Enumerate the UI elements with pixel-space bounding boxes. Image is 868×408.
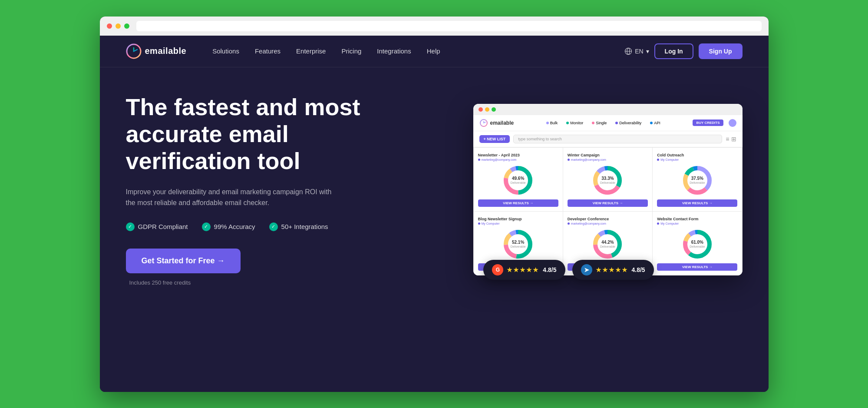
mockup-logo: emailable: [479, 119, 514, 127]
card-title-4: Developer Conference: [568, 217, 648, 221]
mockup-minimize: [485, 107, 489, 112]
check-icon: ✓: [126, 222, 135, 231]
nav-help[interactable]: Help: [427, 47, 440, 55]
card-sub-4: marketing@company.com: [568, 222, 648, 225]
badge-gdpr: ✓ GDPR Compliant: [126, 222, 188, 231]
logo-icon: [126, 43, 142, 59]
capterra-logo: ➤: [581, 264, 592, 275]
mockup-navbar: emailable Bulk Monitor: [473, 115, 743, 131]
dashboard-mockup: emailable Bulk Monitor: [473, 104, 743, 275]
user-avatar: [729, 119, 736, 127]
nav-tag-monitor: Monitor: [563, 120, 586, 126]
hero-left: The fastest and most accurate email veri…: [126, 93, 369, 286]
search-bar[interactable]: type something to search: [513, 135, 722, 143]
mockup-chrome: [473, 104, 743, 115]
check-icon-3: ✓: [269, 222, 278, 231]
navbar: emailable Solutions Features Enterprise …: [100, 36, 769, 67]
cta-button[interactable]: Get Started for Free →: [126, 249, 241, 273]
rating-badges: G ★★★★★ 4.8/5 ➤ ★★★★★ 4.8/5: [395, 260, 743, 280]
nav-tag-api: API: [647, 120, 663, 126]
globe-icon: [624, 47, 632, 55]
donut-chart-0: 49.6%Deliverable: [478, 165, 558, 196]
donut-chart-1: 33.3%Deliverable: [568, 165, 648, 196]
new-list-button[interactable]: + NEW LIST: [479, 135, 510, 143]
nav-actions: EN ▾ Log In Sign Up: [624, 43, 742, 59]
site-content: emailable Solutions Features Enterprise …: [100, 36, 769, 392]
badge-accuracy: ✓ 99% Accuracy: [202, 222, 255, 231]
donut-chart-5: 61.0%Deliverable: [657, 229, 737, 260]
logo-text: emailable: [145, 46, 187, 56]
hero-subtitle: Improve your deliverability and email ma…: [126, 186, 334, 209]
donut-chart-2: 37.5%Deliverable: [657, 165, 737, 196]
card-sub-5: My Computer: [657, 222, 737, 225]
card-title-5: Website Contact Form: [657, 217, 737, 221]
grid-view-icon: ⊞: [731, 136, 736, 143]
nav-solutions[interactable]: Solutions: [212, 47, 239, 55]
card-title-1: Winter Campaign: [568, 153, 648, 157]
view-results-btn-2[interactable]: VIEW RESULTS →: [657, 199, 737, 207]
donut-chart-3: 52.1%Deliverable: [478, 229, 558, 260]
nav-features[interactable]: Features: [255, 47, 281, 55]
hero-title: The fastest and most accurate email veri…: [126, 93, 369, 174]
card-title-2: Cold Outreach: [657, 153, 737, 157]
lang-label: EN: [635, 48, 643, 55]
mockup-nav-tags: Bulk Monitor Single: [519, 120, 687, 126]
mockup-toolbar: + NEW LIST type something to search ≡ ⊞: [473, 131, 743, 147]
badge-integrations: ✓ 50+ Integrations: [269, 222, 328, 231]
hero-section: The fastest and most accurate email veri…: [100, 67, 769, 303]
mockup-close: [479, 107, 483, 112]
card-sub-0: marketing@company.com: [478, 158, 558, 161]
language-selector[interactable]: EN ▾: [624, 47, 649, 55]
card-0: Newsletter - April 2023 marketing@compan…: [474, 148, 563, 211]
view-results-btn-0[interactable]: VIEW RESULTS →: [478, 199, 558, 207]
capterra-stars: ★★★★★: [596, 266, 628, 273]
nav-tag-deliverability: Deliverability: [612, 120, 644, 126]
card-sub-1: marketing@company.com: [568, 158, 648, 161]
g2-logo: G: [492, 264, 503, 275]
close-button[interactable]: [107, 23, 112, 29]
list-view-icon: ≡: [726, 136, 729, 143]
view-toggle[interactable]: ≡ ⊞: [726, 136, 736, 143]
minimize-button[interactable]: [116, 23, 121, 29]
cta-subtitle: Includes 250 free credits: [126, 279, 369, 286]
hero-right: emailable Bulk Monitor: [395, 104, 743, 275]
browser-window: emailable Solutions Features Enterprise …: [100, 17, 769, 392]
card-title-0: Newsletter - April 2023: [478, 153, 558, 157]
card-sub-3: My Computer: [478, 222, 558, 225]
capterra-rating: ➤ ★★★★★ 4.8/5: [572, 260, 654, 280]
cards-grid: Newsletter - April 2023 marketing@compan…: [473, 147, 743, 275]
feature-badges: ✓ GDPR Compliant ✓ 99% Accuracy ✓ 50+ In…: [126, 222, 369, 231]
card-1: Winter Campaign marketing@company.com 33…: [563, 148, 652, 211]
mockup-logo-icon: [479, 119, 488, 127]
maximize-button[interactable]: [124, 23, 129, 29]
donut-chart-4: 44.2%Deliverable: [568, 229, 648, 260]
nav-tag-single: Single: [589, 120, 610, 126]
check-icon-2: ✓: [202, 222, 211, 231]
logo-area[interactable]: emailable: [126, 43, 187, 59]
browser-chrome: [100, 17, 769, 36]
g2-stars: ★★★★★: [507, 266, 539, 273]
chevron-down-icon: ▾: [646, 48, 649, 55]
g2-score: 4.8/5: [543, 266, 556, 273]
capterra-score: 4.8/5: [632, 266, 645, 273]
nav-enterprise[interactable]: Enterprise: [296, 47, 326, 55]
card-2: Cold Outreach My Computer 37.5%Deliverab…: [653, 148, 742, 211]
signup-button[interactable]: Sign Up: [699, 43, 743, 59]
buy-credits-button[interactable]: BUY CREDITS: [693, 119, 723, 126]
nav-integrations[interactable]: Integrations: [377, 47, 411, 55]
nav-pricing[interactable]: Pricing: [341, 47, 361, 55]
address-bar[interactable]: [136, 21, 762, 31]
card-title-3: Blog Newsletter Signup: [478, 217, 558, 221]
card-sub-2: My Computer: [657, 158, 737, 161]
login-button[interactable]: Log In: [654, 43, 693, 59]
nav-links: Solutions Features Enterprise Pricing In…: [212, 47, 624, 55]
nav-tag-bulk: Bulk: [543, 120, 561, 126]
view-results-btn-1[interactable]: VIEW RESULTS →: [568, 199, 648, 207]
g2-rating: G ★★★★★ 4.8/5: [483, 260, 565, 280]
mockup-maximize: [492, 107, 496, 112]
